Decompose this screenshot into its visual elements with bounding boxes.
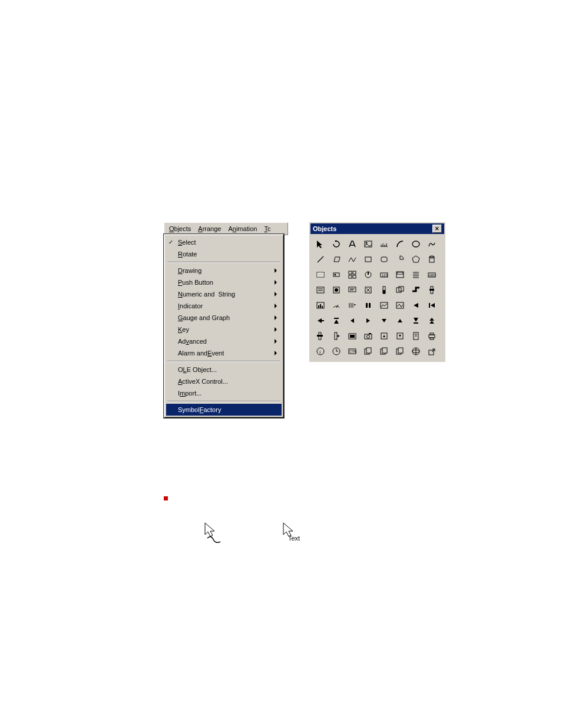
tool-trend-list[interactable] bbox=[345, 298, 360, 312]
menu-arrange[interactable]: Arrange bbox=[194, 224, 224, 233]
cursor-freehand-icon bbox=[203, 522, 226, 549]
tool-freehand[interactable] bbox=[424, 236, 439, 251]
tool-end-top[interactable] bbox=[329, 313, 344, 328]
svg-rect-18 bbox=[381, 273, 388, 277]
svg-point-65 bbox=[367, 335, 370, 338]
menu-item-indicator[interactable]: Indicator bbox=[166, 300, 282, 312]
tool-pie[interactable] bbox=[392, 252, 408, 266]
tool-bar-vertical[interactable] bbox=[376, 282, 392, 297]
tool-recipe-down[interactable] bbox=[392, 328, 408, 343]
tool-play-left[interactable] bbox=[345, 313, 360, 328]
tool-copy-1[interactable] bbox=[361, 344, 376, 358]
tool-switch[interactable] bbox=[329, 267, 344, 282]
tool-parallelogram[interactable] bbox=[329, 252, 344, 266]
tool-button-3d[interactable] bbox=[313, 267, 328, 282]
svg-rect-33 bbox=[349, 287, 356, 292]
tool-end-left[interactable] bbox=[424, 298, 439, 312]
tool-info[interactable]: i bbox=[313, 344, 328, 358]
menu-item-advanced[interactable]: Advanced bbox=[166, 335, 282, 347]
menu-objects[interactable]: Objects bbox=[166, 224, 194, 233]
menu-item-ole-object[interactable]: OLE Object... bbox=[166, 364, 282, 375]
tool-rounded-rectangle[interactable] bbox=[376, 252, 392, 266]
tool-string-input[interactable] bbox=[313, 282, 328, 297]
tool-polygon[interactable] bbox=[408, 252, 424, 266]
menu-item-pushbutton[interactable]: Push Button bbox=[166, 276, 282, 288]
tool-return-left[interactable] bbox=[313, 313, 328, 328]
menu-item-activex-control[interactable]: ActiveX Control... bbox=[166, 375, 282, 387]
menu-item-drawing[interactable]: Drawing bbox=[166, 265, 282, 276]
tool-recipe-up[interactable] bbox=[376, 328, 392, 343]
close-icon[interactable]: ✕ bbox=[432, 225, 442, 233]
menu-tc[interactable]: Tc bbox=[260, 224, 274, 233]
svg-rect-67 bbox=[381, 333, 387, 339]
tool-line[interactable] bbox=[313, 252, 328, 266]
menu-item-symbol-factory[interactable]: Symbol Factory bbox=[166, 404, 282, 416]
tool-copy-2[interactable] bbox=[376, 344, 392, 358]
svg-rect-73 bbox=[430, 333, 434, 335]
tool-play-up[interactable] bbox=[392, 313, 408, 328]
menu-item-gauge-graph[interactable]: Gauge and Graph bbox=[166, 312, 282, 324]
tool-screen-button[interactable] bbox=[345, 328, 360, 343]
tool-left-arrow[interactable] bbox=[408, 298, 424, 312]
svg-text:i: i bbox=[319, 349, 321, 355]
palette-titlebar[interactable]: Objects ✕ bbox=[310, 223, 444, 234]
menu-animation[interactable]: Animation bbox=[224, 224, 260, 233]
tool-double-up[interactable] bbox=[424, 313, 439, 328]
tool-key-input[interactable] bbox=[313, 328, 328, 343]
tool-rectangle[interactable] bbox=[361, 252, 376, 266]
tool-polyline[interactable] bbox=[345, 252, 360, 266]
svg-rect-72 bbox=[429, 335, 435, 338]
tool-ellipse[interactable] bbox=[408, 236, 424, 251]
tool-numeric-display[interactable]: 123 bbox=[376, 267, 392, 282]
tool-export[interactable] bbox=[424, 344, 439, 358]
menu-item-select[interactable]: ✓Select bbox=[166, 236, 282, 248]
svg-rect-52 bbox=[369, 303, 371, 308]
tool-arc[interactable] bbox=[392, 236, 408, 251]
svg-rect-8 bbox=[317, 272, 324, 277]
submenu-arrow-icon bbox=[275, 304, 277, 308]
menu-item-rotate[interactable]: Rotate bbox=[166, 248, 282, 260]
tool-tank[interactable] bbox=[424, 252, 439, 266]
tool-copy-3[interactable] bbox=[392, 344, 408, 358]
svg-point-77 bbox=[333, 348, 340, 355]
tool-message-display[interactable] bbox=[345, 282, 360, 297]
tool-print[interactable] bbox=[424, 328, 439, 343]
tool-report[interactable] bbox=[408, 328, 424, 343]
menu-item-import[interactable]: Import... bbox=[166, 387, 282, 399]
tool-key-output[interactable] bbox=[329, 328, 344, 343]
menu-item-key[interactable]: Key bbox=[166, 324, 282, 335]
tool-scale[interactable] bbox=[376, 236, 392, 251]
tool-picture[interactable] bbox=[361, 236, 376, 251]
svg-rect-68 bbox=[397, 333, 403, 339]
tool-rotate[interactable] bbox=[329, 236, 344, 251]
menu-item-alarm-event[interactable]: Alarm and Event bbox=[166, 347, 282, 359]
tool-indicator-lamp[interactable] bbox=[329, 282, 344, 297]
svg-rect-45 bbox=[320, 304, 321, 308]
tool-globe[interactable] bbox=[408, 344, 424, 358]
tool-end-down[interactable] bbox=[408, 313, 424, 328]
tool-select-arrow[interactable] bbox=[313, 236, 328, 251]
tool-clock[interactable] bbox=[329, 344, 344, 358]
tool-slider[interactable] bbox=[424, 282, 439, 297]
tool-play-right[interactable] bbox=[361, 313, 376, 328]
tool-multistate[interactable] bbox=[345, 267, 360, 282]
tool-selector[interactable] bbox=[361, 267, 376, 282]
tool-meter[interactable] bbox=[329, 298, 344, 312]
tool-bar-chart[interactable] bbox=[313, 298, 328, 312]
tool-xy-graph[interactable] bbox=[392, 298, 408, 312]
tool-ctrl-key[interactable]: CTRL bbox=[345, 344, 360, 358]
tool-numeric-input[interactable] bbox=[392, 267, 408, 282]
tool-alarm-indicator[interactable] bbox=[361, 282, 376, 297]
menu-item-numeric-string[interactable]: Numeric and String bbox=[166, 288, 282, 300]
tool-string-display[interactable]: ABC bbox=[424, 267, 439, 282]
tool-play-down[interactable] bbox=[376, 313, 392, 328]
tool-list[interactable] bbox=[408, 267, 424, 282]
tool-group-box[interactable] bbox=[392, 282, 408, 297]
tool-pause[interactable] bbox=[361, 298, 376, 312]
svg-point-88 bbox=[412, 348, 419, 355]
tool-pipe[interactable] bbox=[408, 282, 424, 297]
tool-camera[interactable] bbox=[361, 328, 376, 343]
tool-text[interactable] bbox=[345, 236, 360, 251]
tool-trend-graph[interactable] bbox=[376, 298, 392, 312]
svg-rect-74 bbox=[430, 338, 434, 340]
